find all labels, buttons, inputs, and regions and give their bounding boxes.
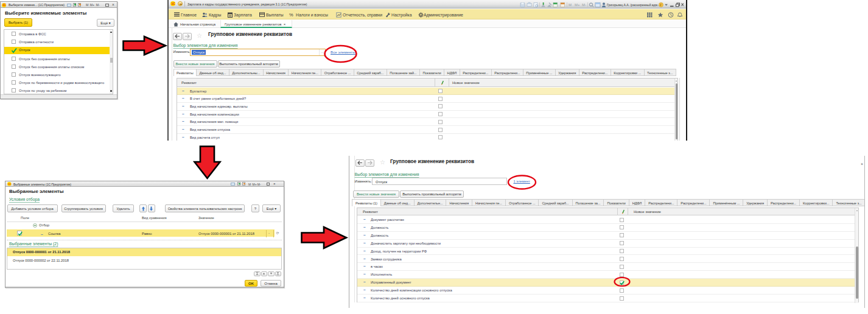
svg-text:M: M <box>569 3 572 7</box>
svg-text:M-: M- <box>582 3 586 7</box>
svg-text:1С: 1С <box>171 2 175 5</box>
svg-text:Григорьянц А.А. (расширенный а: Григорьянц А.А. (расширенный адм... <box>607 2 660 6</box>
svg-text:M+: M+ <box>575 3 580 7</box>
svg-text:1С: 1С <box>2 4 6 7</box>
svg-text:1С: 1С <box>8 183 11 186</box>
